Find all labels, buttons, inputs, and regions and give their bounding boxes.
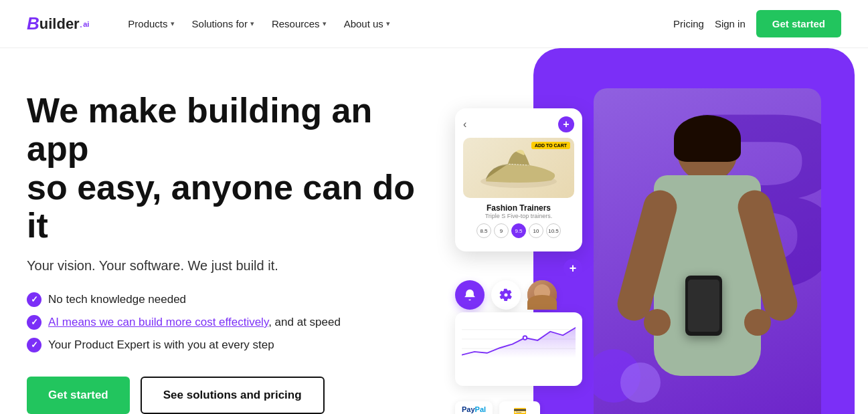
size-9-5[interactable]: 9.5	[511, 223, 526, 238]
phone	[685, 276, 722, 336]
icons-row	[455, 280, 582, 310]
purple-circle-2	[620, 363, 661, 403]
nav-pricing[interactable]: Pricing	[673, 18, 704, 29]
nav-get-started-button[interactable]: Get started	[756, 10, 841, 37]
settings-icon-circle[interactable]	[491, 280, 521, 310]
nav-resources[interactable]: Resources ▾	[265, 14, 333, 33]
paypal-badge: PayPal Paypal	[455, 401, 493, 414]
chevron-down-icon: ▾	[250, 19, 254, 28]
logo-dot: .	[80, 18, 82, 30]
ai-link[interactable]: AI means we can build more cost effectiv…	[48, 316, 268, 328]
nav-right: Pricing Sign in Get started	[673, 10, 841, 37]
payment-row: PayPal Paypal 💳 Credit Card	[455, 401, 540, 414]
logo-rest: uilder	[39, 15, 80, 33]
check-icon-3	[27, 338, 41, 352]
feature-item-2: AI means we can build more cost effectiv…	[27, 315, 442, 330]
size-10[interactable]: 10	[529, 223, 543, 238]
size-8-5[interactable]: 8.5	[476, 223, 491, 238]
gear-icon	[499, 288, 513, 302]
hero-solutions-pricing-button[interactable]: See solutions and pricing	[141, 377, 325, 414]
logo-ai: ai	[83, 20, 89, 28]
size-row: 8.5 9 9.5 10 10.5	[463, 223, 574, 238]
analytics-chart	[462, 319, 576, 359]
bell-icon	[463, 288, 476, 302]
shoe-image	[475, 141, 562, 195]
back-icon[interactable]: ‹	[463, 118, 466, 130]
hero-features: No tech knowledge needed AI means we can…	[27, 292, 442, 352]
svg-point-5	[524, 336, 527, 339]
nav-links: Products ▾ Solutions for ▾ Resources ▾ A…	[121, 14, 673, 33]
hero-left: We make building an app so easy, anyone …	[27, 92, 442, 414]
chevron-down-icon: ▾	[171, 19, 175, 28]
size-9[interactable]: 9	[494, 223, 509, 238]
hero-subtitle: Your vision. Your software. We just buil…	[27, 258, 442, 274]
chevron-down-icon: ▾	[323, 19, 327, 28]
notification-icon-circle[interactable]	[455, 280, 485, 310]
hero-section: We make building an app so easy, anyone …	[0, 48, 868, 414]
check-icon-1	[27, 292, 41, 307]
add-icon[interactable]: +	[558, 116, 574, 132]
nav-solutions[interactable]: Solutions for ▾	[185, 14, 261, 33]
chevron-down-icon: ▾	[386, 19, 390, 28]
credit-card-badge: 💳 Credit Card	[499, 401, 540, 414]
feature-item-3: Your Product Expert is with you at every…	[27, 338, 442, 352]
logo[interactable]: Builder.ai	[27, 13, 89, 34]
check-icon-2	[27, 315, 41, 330]
app-card-header: ‹ +	[463, 116, 574, 132]
app-card: ‹ + ADD TO CART Fashion Tr	[455, 108, 582, 251]
card-icon: 💳	[506, 405, 533, 414]
nav-about[interactable]: About us ▾	[337, 14, 397, 33]
navbar: Builder.ai Products ▾ Solutions for ▾ Re…	[0, 0, 868, 48]
user-avatar[interactable]	[527, 280, 557, 310]
size-10-5[interactable]: 10.5	[546, 223, 561, 238]
add-to-cart-badge[interactable]: ADD TO CART	[531, 142, 570, 149]
nav-signin[interactable]: Sign in	[715, 18, 746, 29]
plus-button[interactable]: +	[563, 259, 582, 278]
nav-products[interactable]: Products ▾	[121, 14, 181, 33]
hero-title: We make building an app so easy, anyone …	[27, 92, 442, 245]
feature-item-1: No tech knowledge needed	[27, 292, 442, 307]
logo-b: B	[27, 13, 39, 34]
purple-circles	[587, 349, 640, 403]
hero-buttons: Get started See solutions and pricing	[27, 377, 442, 414]
hero-get-started-button[interactable]: Get started	[27, 377, 130, 414]
chart-area	[455, 312, 582, 386]
product-image: ADD TO CART	[463, 138, 574, 198]
icons-row-wrapper: +	[455, 259, 582, 310]
product-subtitle: Triple S Five-top trainers.	[463, 213, 574, 219]
product-name: Fashion Trainers	[463, 203, 574, 213]
hero-right: B	[442, 88, 841, 414]
